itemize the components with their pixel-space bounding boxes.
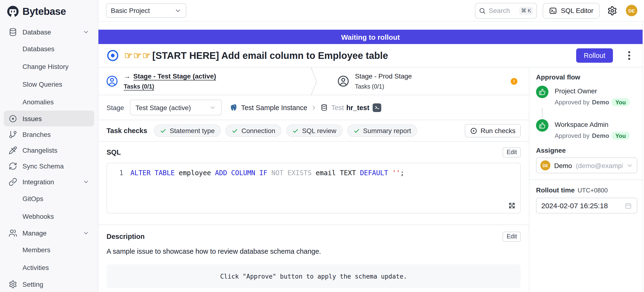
sidebar-nav: Database Databases Change History Slow Q… — [0, 23, 98, 292]
description-section: Description Edit A sample issue to showc… — [98, 224, 529, 288]
assignee-heading: Assignee — [536, 147, 637, 154]
search-input[interactable]: Search ⌘ K — [475, 3, 537, 19]
calendar-icon[interactable] — [624, 202, 632, 209]
approval-status: Approved by Demo You — [555, 98, 630, 106]
issue-title-row: ☞☞☞[START HERE] Add email column to Empl… — [98, 44, 644, 68]
stage-person-icon — [106, 75, 118, 87]
sidebar-item-changelists[interactable]: Changelists — [4, 142, 94, 158]
run-checks-button[interactable]: Run checks — [465, 124, 521, 137]
chevron-down-icon — [626, 162, 633, 169]
scrollbar[interactable] — [642, 22, 644, 292]
stage-tab-test[interactable]: →Stage - Test Stage (active) Tasks (0/1) — [98, 68, 310, 95]
you-badge: You — [612, 132, 630, 140]
search-shortcut-badge: ⌘ K — [519, 7, 533, 15]
sidebar-item-slow-queries[interactable]: Slow Queries — [4, 75, 94, 93]
check-pill-connection[interactable]: Connection — [226, 124, 282, 137]
approved-by-text: Approved by — [555, 132, 590, 139]
chevron-down-icon — [209, 104, 216, 111]
sql-code-editor[interactable]: 1 ALTER TABLE employee ADD COLUMN IF NOT… — [106, 163, 521, 214]
stage-tab-texts: →Stage - Test Stage (active) Tasks (0/1) — [124, 72, 216, 90]
stage-tab-name: Stage - Test Stage (active) — [133, 72, 216, 80]
open-sql-editor-icon[interactable] — [373, 103, 381, 112]
user-avatar[interactable]: DE — [626, 5, 637, 16]
sidebar-item-label: Activities — [22, 263, 49, 271]
sidebar-item-issues[interactable]: Issues — [4, 111, 94, 126]
sidebar-item-label: Webhooks — [22, 212, 54, 220]
sql-heading: SQL — [106, 149, 121, 156]
sidebar-item-label: Issues — [22, 115, 42, 122]
sql-edit-button[interactable]: Edit — [503, 147, 521, 157]
main-area: Basic Project Search ⌘ K SQL Editor DE W… — [98, 0, 644, 292]
rollout-button[interactable]: Rollout — [576, 48, 613, 63]
chevron-right-icon — [310, 104, 317, 111]
database-breadcrumb: Test Sample Instance Test hr_test — [229, 103, 381, 112]
sidebar-item-label: Anomalies — [22, 98, 54, 105]
check-pill-sql-review[interactable]: SQL review — [286, 124, 342, 137]
project-selector[interactable]: Basic Project — [106, 3, 186, 18]
issue-title-text: [START HERE] Add email column to Employe… — [152, 50, 388, 61]
sidebar-item-change-history[interactable]: Change History — [4, 57, 94, 75]
sidebar-item-gitops[interactable]: GitOps — [4, 190, 94, 207]
sidebar-item-label: Integration — [22, 178, 54, 186]
sidebar-item-setting[interactable]: Setting — [4, 276, 94, 292]
approval-role: Workspace Admin — [555, 119, 630, 128]
status-banner-text: Waiting to rollout — [341, 33, 400, 41]
sidebar-item-members[interactable]: Members — [4, 241, 94, 258]
brand-logo[interactable]: Bytebase — [0, 0, 98, 23]
sidebar-item-webhooks[interactable]: Webhooks — [4, 207, 94, 225]
sql-statement: ALTER TABLE employee ADD COLUMN IF NOT E… — [130, 169, 404, 177]
check-pass-icon — [160, 127, 166, 134]
sidebar-item-database[interactable]: Database — [4, 24, 94, 40]
sidebar-item-manage[interactable]: Manage — [4, 225, 94, 241]
sidebar-item-activities[interactable]: Activities — [4, 258, 94, 276]
sidebar-item-anomalies[interactable]: Anomalies — [4, 93, 94, 111]
rollout-time-value: 2024-02-07 16:25:18 — [541, 202, 608, 210]
stage-label: Stage — [106, 104, 124, 111]
users-icon — [8, 229, 17, 237]
chevron-down-icon — [83, 178, 89, 185]
database-name-link[interactable]: hr_test — [346, 104, 370, 111]
project-selector-value: Basic Project — [111, 7, 150, 14]
sidebar-item-label: Databases — [22, 45, 54, 52]
sidebar-item-integration[interactable]: Integration — [4, 174, 94, 190]
search-icon — [479, 7, 486, 14]
check-pill-statement-type[interactable]: Statement type — [154, 124, 221, 137]
issue-open-icon — [106, 49, 119, 62]
expand-editor-icon[interactable] — [508, 202, 516, 210]
terminal-icon — [549, 7, 557, 15]
chevron-down-icon — [83, 29, 89, 35]
sidebar-item-label: Sync Schema — [22, 162, 64, 170]
you-badge: You — [612, 98, 630, 106]
task-checks-row: Task checks Statement type Connection SQ… — [98, 120, 529, 142]
assignee-select[interactable]: DE Demo (demo@example — [536, 158, 637, 173]
stage-tab-divider — [310, 68, 318, 95]
check-pill-summary-report[interactable]: Summary report — [347, 124, 417, 137]
instance-name-link[interactable]: Test Sample Instance — [241, 104, 307, 111]
sidebar-item-label: Members — [22, 246, 50, 253]
issues-icon — [8, 114, 17, 123]
stage-selector-row: Stage Test Stage (active) Test Sample In… — [98, 95, 529, 120]
chevron-down-icon — [174, 7, 182, 14]
kebab-menu-icon[interactable] — [625, 51, 634, 60]
warning-badge: ! — [511, 78, 518, 84]
stage-select[interactable]: Test Stage (active) — [130, 100, 222, 115]
stage-select-value: Test Stage (active) — [136, 104, 191, 111]
rollout-time-input[interactable]: 2024-02-07 16:25:18 — [536, 198, 637, 214]
task-checks-label: Task checks — [106, 127, 147, 134]
stage-tab-prod[interactable]: Stage - Prod Stage Tasks (0/1) ! — [318, 68, 529, 95]
sql-section: SQL Edit 1 ALTER TABLE employee ADD COLU… — [98, 142, 529, 214]
sidebar-item-branches[interactable]: Branches — [4, 126, 94, 142]
check-pass-icon — [232, 127, 238, 134]
bytebase-mascot-icon — [7, 5, 19, 18]
settings-gear-icon[interactable] — [607, 6, 617, 16]
description-edit-button[interactable]: Edit — [503, 231, 521, 241]
issue-title: ☞☞☞[START HERE] Add email column to Empl… — [124, 50, 388, 61]
sidebar-item-sync-schema[interactable]: Sync Schema — [4, 158, 94, 174]
sql-editor-label: SQL Editor — [561, 7, 593, 14]
approval-step-project-owner: Project Owner Approved by Demo You — [536, 86, 637, 106]
sql-editor-button[interactable]: SQL Editor — [543, 3, 600, 19]
search-placeholder: Search — [489, 7, 516, 14]
sidebar-item-databases[interactable]: Databases — [4, 40, 94, 57]
database-icon — [8, 28, 17, 36]
stage-tab-tasks: Tasks (0/1) — [355, 83, 412, 90]
